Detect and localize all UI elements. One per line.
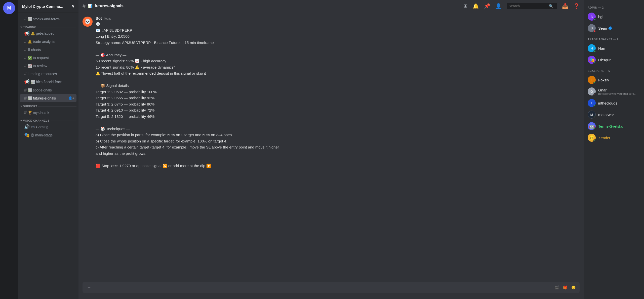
message-input-box[interactable]: ＋ 🎬 🎁 😊 (83, 282, 580, 293)
member-name-bgl: bgl (598, 15, 603, 19)
channel-item-stocks-and-forex[interactable]: # 📊 stocks-and-forex-... (20, 15, 76, 23)
hash-icon: # (24, 87, 27, 93)
main-content: # 📊 futures-signals ⊞ 🔔 📌 👤 🔍 📥 ❓ 💀 Bot (78, 0, 584, 299)
channel-item-charts[interactable]: # ⠿ charts (20, 46, 76, 54)
voice-icon: 🔊 (24, 124, 30, 130)
messages-area: 💀 Bot Today 💀 📧 #API3USDTPERP Long | Ent… (78, 12, 584, 282)
channel-item-get-slapped[interactable]: 📢 🔔 get-slapped (20, 29, 76, 37)
status-indicator-gnar (593, 93, 596, 95)
status-indicator-terms-svetsko (593, 128, 596, 130)
input-icons: ＋ (87, 284, 92, 291)
pin-icon[interactable]: 📌 (484, 3, 490, 9)
members-icon[interactable]: 👤 (495, 3, 502, 9)
member-avatar-obsqur: 🎭 (588, 56, 596, 64)
channel-header-name: # 📊 futures-signals (83, 3, 124, 9)
hash-icon: # (24, 110, 27, 115)
gif-icon[interactable]: 🎬 (555, 285, 559, 289)
member-item-gnar[interactable]: G Gnar Be careful who you trust serg... (586, 86, 642, 97)
member-item-obsqur[interactable]: 🎭 Obsqur (586, 54, 642, 65)
channel-item-bfr-flaccid-fract[interactable]: 📢 📊 bfr's-flaccid-fract... (20, 78, 76, 86)
member-item-intheclouds[interactable]: I intheclouds (586, 97, 642, 109)
channel-item-ta-review[interactable]: # 📈 ta-review (20, 62, 76, 70)
hash-icon: # (24, 16, 27, 22)
add-user-icon[interactable]: 👤+ (68, 96, 74, 100)
channel-item-ta-request[interactable]: # ✅ ta-request (20, 54, 76, 62)
status-indicator-sean (593, 30, 596, 32)
server-icon[interactable]: M (3, 2, 15, 14)
member-item-bgl[interactable]: B bgl (586, 11, 642, 22)
bell-icon: 🔔 (31, 31, 35, 35)
server-header[interactable]: Mylol Crypto Commu... ∨ (18, 0, 78, 13)
member-item-terms-svetsko[interactable]: 🤖 Terms-Svetsko (586, 121, 642, 132)
member-avatar-bgl: B (588, 13, 596, 21)
headset-icon: 🎮 (31, 125, 35, 129)
member-avatar-motorwar: M (588, 111, 596, 119)
search-input[interactable] (509, 4, 549, 8)
channel-name: charts (31, 48, 74, 52)
member-name-xender: Xender (598, 136, 610, 140)
member-name-motorwar: motorwar (598, 113, 614, 117)
sticker-icon[interactable]: 🎁 (563, 285, 567, 289)
member-item-han[interactable]: H Han (586, 43, 642, 54)
member-avatar-foxsly: F (588, 76, 596, 84)
channel-item-mylol-rank[interactable]: # 🏆 mylol-rank (20, 109, 76, 116)
member-name-intheclouds: intheclouds (598, 101, 617, 105)
member-avatar-han: H (588, 44, 596, 52)
member-status-text-gnar: Be careful who you trust serg... (598, 92, 636, 95)
members-sidebar: ADMIN — 2 B bgl S Sean 🔷 TRADE ANALYST —… (584, 0, 644, 299)
header-icons: ⊞ 🔔 📌 👤 🔍 📥 ❓ (463, 3, 580, 9)
channel-name: spot-signals (33, 88, 74, 92)
member-item-xender[interactable]: 😊 Xender (586, 132, 642, 143)
member-avatar-gnar: G (588, 87, 596, 95)
trade-analyst-section-title: TRADE ANALYST — 2 (586, 38, 642, 43)
channel-sidebar: Mylol Crypto Commu... ∨ # 📊 stocks-and-f… (18, 0, 78, 299)
inbox-icon[interactable]: 📥 (562, 3, 568, 9)
chart-bar-icon: 📊 (31, 80, 35, 84)
help-icon[interactable]: ❓ (573, 3, 580, 9)
server-name: Mylol Crypto Commu... (22, 4, 63, 9)
channel-name: get-slapped (36, 31, 74, 35)
member-item-motorwar[interactable]: M motorwar (586, 109, 642, 120)
status-indicator-motorwar (593, 116, 596, 119)
add-attachment-icon[interactable]: ＋ (87, 284, 92, 291)
hashtag-icon[interactable]: ⊞ (463, 3, 468, 9)
channel-item-trading-resources[interactable]: # i trading-resources (20, 70, 76, 78)
hash-icon: # (24, 55, 27, 60)
member-name-sean: Sean (598, 26, 607, 30)
channel-item-futures-signals[interactable]: # 📊 futures-signals 👤+ (20, 94, 76, 102)
channel-item-spot-signals[interactable]: # 📊 spot-signals (20, 86, 76, 94)
channel-item-trade-analysts[interactable]: # 🔔 trade-analysts (20, 38, 76, 45)
channel-bar-icon: 📊 (88, 4, 93, 8)
channel-item-main-stage[interactable]: 🎭 🖼 main-stage (20, 131, 76, 139)
grid-icon: ⠿ (28, 48, 30, 52)
channel-name: mylol-rank (33, 111, 74, 115)
bell-icon: 🔔 (28, 40, 32, 44)
member-item-foxsly[interactable]: F Foxsly (586, 74, 642, 85)
search-box[interactable]: 🔍 (507, 3, 557, 9)
hash-icon: # (24, 63, 27, 68)
channel-header-title: futures-signals (95, 4, 124, 8)
status-indicator-foxsly (593, 82, 596, 84)
channel-name: ta-review (33, 64, 74, 68)
stage-icon: 🎭 (24, 132, 30, 138)
member-name-terms-svetsko: Terms-Svetsko (598, 124, 623, 128)
channel-item-gaming[interactable]: 🔊 🎮 Gaming (20, 123, 76, 131)
channel-name: stocks-and-forex-... (33, 17, 74, 21)
status-indicator-intheclouds (593, 105, 596, 107)
bell-icon[interactable]: 🔔 (473, 3, 479, 9)
status-indicator-xender (593, 139, 596, 142)
member-avatar-xender: 😊 (588, 134, 596, 142)
emoji-icon[interactable]: 😊 (571, 285, 576, 289)
message-header: Bot Today (96, 16, 580, 20)
hash-icon: # (24, 39, 27, 44)
category-voice-channels[interactable]: VOICE CHANNELS (18, 117, 78, 123)
category-support[interactable]: SUPPORT (18, 102, 78, 108)
category-trading[interactable]: TRADING (18, 23, 78, 29)
status-indicator-han (593, 50, 596, 53)
channel-name: Gaming (36, 125, 74, 129)
member-item-sean[interactable]: S Sean 🔷 (586, 23, 642, 34)
message-text: 💀 📧 #API3USDTPERP Long | Entry: 2.0500 S… (96, 21, 580, 169)
server-sidebar: M (0, 0, 18, 299)
hash-icon: # (24, 47, 27, 52)
message-input-area: ＋ 🎬 🎁 😊 (78, 282, 584, 299)
